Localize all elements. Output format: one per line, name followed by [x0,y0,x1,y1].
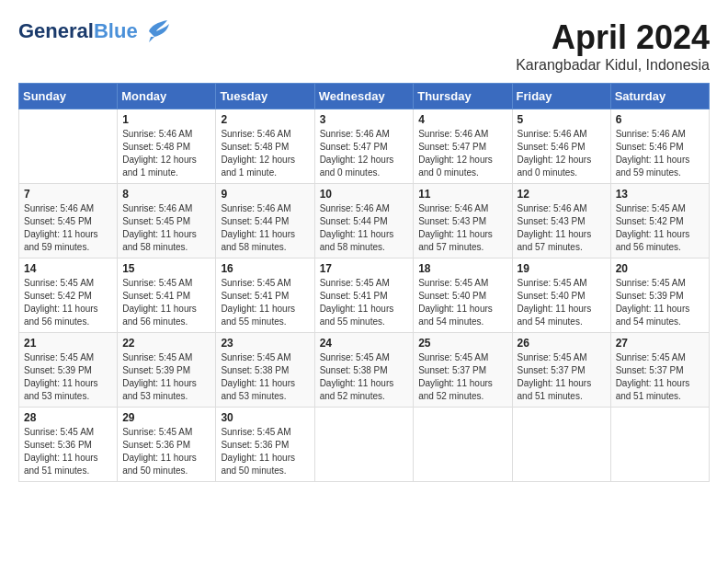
day-number: 14 [24,262,112,275]
day-number: 6 [616,113,704,126]
logo-bird-icon [142,18,169,44]
day-number: 26 [518,337,606,350]
calendar-cell: 20Sunrise: 5:45 AMSunset: 5:39 PMDayligh… [610,259,709,333]
day-number: 25 [418,337,506,350]
day-number: 23 [221,337,309,350]
location: Karangbadar Kidul, Indonesia [516,57,710,74]
calendar-cell [610,408,709,482]
day-info: Sunrise: 5:46 AMSunset: 5:47 PMDaylight:… [320,128,409,179]
calendar-cell: 5Sunrise: 5:46 AMSunset: 5:46 PMDaylight… [512,109,610,184]
day-info: Sunrise: 5:46 AMSunset: 5:48 PMDaylight:… [122,128,210,179]
day-info: Sunrise: 5:46 AMSunset: 5:43 PMDaylight:… [418,202,506,254]
day-number: 7 [24,188,112,201]
calendar-cell: 9Sunrise: 5:46 AMSunset: 5:44 PMDaylight… [216,184,314,259]
day-number: 12 [518,188,606,201]
day-number: 15 [122,262,210,275]
day-info: Sunrise: 5:46 AMSunset: 5:44 PMDaylight:… [221,202,309,254]
day-info: Sunrise: 5:45 AMSunset: 5:36 PMDaylight:… [24,426,112,477]
day-info: Sunrise: 5:45 AMSunset: 5:39 PMDaylight:… [616,277,704,328]
weekday-header-tuesday: Tuesday [216,84,314,109]
day-info: Sunrise: 5:46 AMSunset: 5:45 PMDaylight:… [122,202,210,254]
day-info: Sunrise: 5:45 AMSunset: 5:40 PMDaylight:… [418,277,506,328]
day-info: Sunrise: 5:46 AMSunset: 5:45 PMDaylight:… [24,202,112,254]
calendar-week-row: 28Sunrise: 5:45 AMSunset: 5:36 PMDayligh… [19,408,710,482]
calendar-cell: 30Sunrise: 5:45 AMSunset: 5:36 PMDayligh… [216,408,314,482]
calendar-cell [19,109,118,184]
calendar-week-row: 14Sunrise: 5:45 AMSunset: 5:42 PMDayligh… [19,259,710,333]
day-number: 21 [24,337,112,350]
day-info: Sunrise: 5:45 AMSunset: 5:37 PMDaylight:… [616,351,704,403]
day-info: Sunrise: 5:45 AMSunset: 5:41 PMDaylight:… [122,277,210,328]
calendar-cell: 7Sunrise: 5:46 AMSunset: 5:45 PMDaylight… [19,184,118,259]
day-info: Sunrise: 5:46 AMSunset: 5:43 PMDaylight:… [518,202,606,254]
day-info: Sunrise: 5:46 AMSunset: 5:48 PMDaylight:… [221,128,309,179]
day-info: Sunrise: 5:45 AMSunset: 5:41 PMDaylight:… [320,277,409,328]
calendar-cell: 1Sunrise: 5:46 AMSunset: 5:48 PMDaylight… [118,109,216,184]
day-number: 16 [221,262,309,275]
day-number: 11 [418,188,506,201]
day-number: 13 [616,188,704,201]
calendar-cell: 18Sunrise: 5:45 AMSunset: 5:40 PMDayligh… [414,259,512,333]
day-info: Sunrise: 5:46 AMSunset: 5:44 PMDaylight:… [320,202,409,254]
title-block: April 2024 Karangbadar Kidul, Indonesia [516,18,710,74]
day-number: 2 [221,113,309,126]
day-info: Sunrise: 5:45 AMSunset: 5:42 PMDaylight:… [616,202,704,254]
calendar-cell: 15Sunrise: 5:45 AMSunset: 5:41 PMDayligh… [118,259,216,333]
month-title: April 2024 [516,18,710,57]
calendar-cell: 3Sunrise: 5:46 AMSunset: 5:47 PMDaylight… [314,109,414,184]
day-info: Sunrise: 5:45 AMSunset: 5:38 PMDaylight:… [221,351,309,403]
calendar-header-row: SundayMondayTuesdayWednesdayThursdayFrid… [19,84,710,109]
calendar-cell: 19Sunrise: 5:45 AMSunset: 5:40 PMDayligh… [512,259,610,333]
calendar-cell: 2Sunrise: 5:46 AMSunset: 5:48 PMDaylight… [216,109,314,184]
calendar-cell: 21Sunrise: 5:45 AMSunset: 5:39 PMDayligh… [19,333,118,408]
logo-text: GeneralBlue [18,20,138,42]
calendar-cell: 17Sunrise: 5:45 AMSunset: 5:41 PMDayligh… [314,259,414,333]
calendar-cell: 28Sunrise: 5:45 AMSunset: 5:36 PMDayligh… [19,408,118,482]
day-number: 24 [320,337,409,350]
day-info: Sunrise: 5:45 AMSunset: 5:37 PMDaylight:… [418,351,506,403]
day-number: 20 [616,262,704,275]
day-info: Sunrise: 5:46 AMSunset: 5:46 PMDaylight:… [616,128,704,179]
day-number: 17 [320,262,409,275]
calendar-cell: 16Sunrise: 5:45 AMSunset: 5:41 PMDayligh… [216,259,314,333]
day-info: Sunrise: 5:45 AMSunset: 5:36 PMDaylight:… [122,426,210,477]
day-number: 27 [616,337,704,350]
calendar-cell: 29Sunrise: 5:45 AMSunset: 5:36 PMDayligh… [118,408,216,482]
calendar-cell [512,408,610,482]
day-number: 28 [24,411,112,424]
day-number: 1 [122,113,210,126]
weekday-header-sunday: Sunday [19,84,118,109]
day-number: 22 [122,337,210,350]
calendar-week-row: 7Sunrise: 5:46 AMSunset: 5:45 PMDaylight… [19,184,710,259]
calendar-week-row: 1Sunrise: 5:46 AMSunset: 5:48 PMDaylight… [19,109,710,184]
calendar-cell: 14Sunrise: 5:45 AMSunset: 5:42 PMDayligh… [19,259,118,333]
day-number: 29 [122,411,210,424]
day-number: 18 [418,262,506,275]
calendar-cell [314,408,414,482]
calendar-cell: 11Sunrise: 5:46 AMSunset: 5:43 PMDayligh… [414,184,512,259]
day-number: 19 [518,262,606,275]
day-info: Sunrise: 5:45 AMSunset: 5:41 PMDaylight:… [221,277,309,328]
day-number: 5 [518,113,606,126]
day-number: 3 [320,113,409,126]
day-info: Sunrise: 5:45 AMSunset: 5:40 PMDaylight:… [518,277,606,328]
day-number: 10 [320,188,409,201]
calendar-cell: 22Sunrise: 5:45 AMSunset: 5:39 PMDayligh… [118,333,216,408]
calendar-week-row: 21Sunrise: 5:45 AMSunset: 5:39 PMDayligh… [19,333,710,408]
calendar-cell: 24Sunrise: 5:45 AMSunset: 5:38 PMDayligh… [314,333,414,408]
day-number: 30 [221,411,309,424]
day-info: Sunrise: 5:45 AMSunset: 5:39 PMDaylight:… [122,351,210,403]
calendar-cell: 25Sunrise: 5:45 AMSunset: 5:37 PMDayligh… [414,333,512,408]
day-number: 8 [122,188,210,201]
weekday-header-wednesday: Wednesday [314,84,414,109]
day-info: Sunrise: 5:45 AMSunset: 5:36 PMDaylight:… [221,426,309,477]
weekday-header-thursday: Thursday [414,84,512,109]
day-info: Sunrise: 5:46 AMSunset: 5:46 PMDaylight:… [518,128,606,179]
calendar-cell: 10Sunrise: 5:46 AMSunset: 5:44 PMDayligh… [314,184,414,259]
calendar-cell: 12Sunrise: 5:46 AMSunset: 5:43 PMDayligh… [512,184,610,259]
day-info: Sunrise: 5:46 AMSunset: 5:47 PMDaylight:… [418,128,506,179]
day-info: Sunrise: 5:45 AMSunset: 5:39 PMDaylight:… [24,351,112,403]
calendar-cell: 6Sunrise: 5:46 AMSunset: 5:46 PMDaylight… [610,109,709,184]
day-info: Sunrise: 5:45 AMSunset: 5:37 PMDaylight:… [518,351,606,403]
page-header: GeneralBlue April 2024 Karangbadar Kidul… [18,18,710,74]
